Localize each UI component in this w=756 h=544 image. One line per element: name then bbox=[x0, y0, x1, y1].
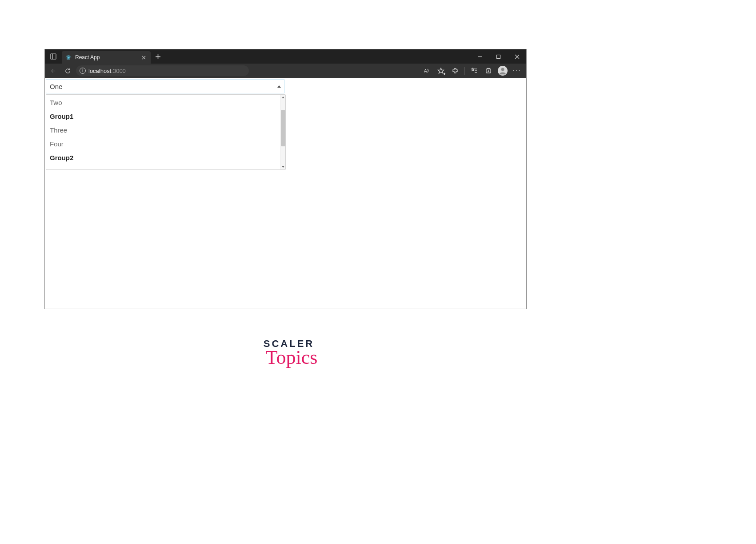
select-control[interactable]: One bbox=[46, 79, 285, 93]
svg-rect-11 bbox=[496, 55, 500, 58]
select-dropdown: Two Group1 Three Four Group2 bbox=[46, 94, 286, 170]
tab-bar: React App bbox=[45, 49, 526, 64]
scaler-topics-logo: SCALER Topics bbox=[262, 338, 316, 367]
read-aloud-icon[interactable]: A bbox=[420, 65, 433, 77]
site-info-icon[interactable]: i bbox=[80, 68, 86, 74]
back-button[interactable] bbox=[48, 65, 59, 77]
scroll-thumb[interactable] bbox=[281, 110, 285, 146]
minimize-button[interactable] bbox=[470, 49, 489, 64]
svg-point-27 bbox=[501, 68, 504, 71]
svg-rect-0 bbox=[51, 54, 56, 59]
optgroup-group1: Group1 bbox=[46, 109, 280, 123]
profile-avatar[interactable] bbox=[496, 65, 509, 77]
optgroup-group2: Group2 bbox=[46, 151, 280, 165]
new-tab-button[interactable] bbox=[151, 49, 165, 64]
favorites-list-icon[interactable] bbox=[468, 65, 481, 77]
extensions-icon[interactable] bbox=[448, 65, 462, 77]
caret-up-icon bbox=[277, 85, 281, 88]
window-controls bbox=[470, 49, 526, 64]
logo-text-bottom: Topics bbox=[265, 349, 318, 367]
collections-icon[interactable] bbox=[482, 65, 495, 77]
address-bar[interactable]: i localhost:3000 bbox=[76, 65, 249, 76]
more-menu-button[interactable]: ··· bbox=[510, 65, 524, 77]
star-badge-icon bbox=[443, 72, 446, 75]
select-selected-value: One bbox=[50, 83, 62, 90]
toolbar-right-icons: A ··· bbox=[420, 65, 524, 77]
dropdown-list: Two Group1 Three Four Group2 bbox=[46, 95, 280, 169]
svg-point-2 bbox=[68, 57, 69, 58]
scroll-up-button[interactable] bbox=[280, 95, 286, 100]
favorites-star-icon[interactable] bbox=[434, 65, 448, 77]
browser-tab[interactable]: React App bbox=[62, 51, 151, 64]
tab-title: React App bbox=[75, 54, 136, 60]
option-three[interactable]: Three bbox=[46, 123, 280, 137]
url-text: localhost:3000 bbox=[88, 68, 126, 74]
refresh-button[interactable] bbox=[62, 65, 73, 77]
dropdown-scrollbar[interactable] bbox=[280, 95, 285, 169]
scroll-down-button[interactable] bbox=[280, 164, 286, 169]
svg-marker-19 bbox=[472, 68, 474, 71]
tab-actions-button[interactable] bbox=[45, 49, 62, 64]
option-four[interactable]: Four bbox=[46, 137, 280, 151]
react-favicon-icon bbox=[65, 54, 72, 60]
maximize-button[interactable] bbox=[489, 49, 508, 64]
close-window-button[interactable] bbox=[508, 49, 526, 64]
browser-window: React App i bbox=[44, 49, 527, 309]
toolbar: i localhost:3000 A bbox=[45, 64, 526, 78]
option-two[interactable]: Two bbox=[46, 96, 280, 109]
close-tab-button[interactable] bbox=[140, 54, 147, 61]
svg-text:A: A bbox=[424, 69, 427, 73]
page-content: One Two Group1 Three Four Group2 bbox=[45, 78, 526, 309]
